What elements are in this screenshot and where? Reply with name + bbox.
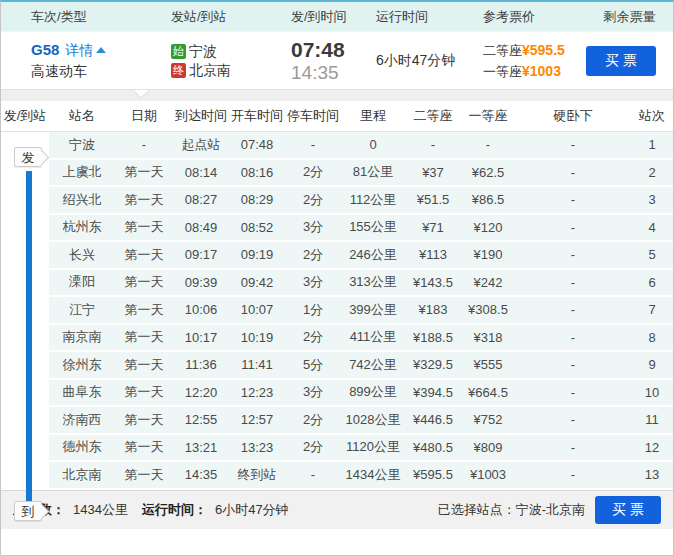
table-row: 徐州东第一天11:3611:415分742公里¥329.5¥555-9	[1, 351, 673, 379]
mileage: 313公里	[341, 269, 405, 297]
stop-index: 7	[631, 296, 673, 324]
stops-col-header: 日期	[115, 101, 173, 131]
first-class-price: ¥62.5	[461, 159, 515, 187]
arrival-time: 14:35	[173, 461, 229, 489]
stop-index: 10	[631, 379, 673, 407]
stop-duration: 3分	[285, 379, 341, 407]
col-train-type: 车次/类型	[1, 8, 171, 26]
station-name[interactable]: 南京南	[49, 324, 115, 352]
stations-cell: 始宁波 终北京南	[171, 42, 291, 80]
table-row: 绍兴北第一天08:2708:292分112公里¥51.5¥86.5-3	[1, 186, 673, 214]
second-class-price: ¥113	[405, 241, 461, 269]
first-class-price: ¥1003	[461, 461, 515, 489]
buy-ticket-button[interactable]: 买票	[586, 46, 656, 76]
stops-col-header: 站名	[49, 101, 115, 131]
hard-sleeper-price: -	[515, 406, 631, 434]
hard-sleeper-price: -	[515, 159, 631, 187]
station-name[interactable]: 德州东	[49, 434, 115, 462]
stop-index: 9	[631, 351, 673, 379]
rail-cell	[1, 186, 49, 214]
stops-body: 宁波-起点站07:48-0---1上虞北第一天08:1408:162分81公里¥…	[1, 131, 673, 489]
origin-station: 宁波	[189, 43, 217, 59]
second-class-price: ¥183	[405, 296, 461, 324]
mileage: 411公里	[341, 324, 405, 352]
details-toggle-link[interactable]: 详情	[65, 42, 93, 58]
arrival-time: 10:06	[173, 296, 229, 324]
departure-time: 08:52	[229, 214, 285, 242]
departure-time: 10:07	[229, 296, 285, 324]
table-row: 德州东第一天13:2113:232分1120公里¥480.5¥809-12	[1, 434, 673, 462]
station-name[interactable]: 溧阳	[49, 269, 115, 297]
arrival-time: 11:36	[173, 351, 229, 379]
hard-sleeper-price: -	[515, 214, 631, 242]
departure-time: 13:23	[229, 434, 285, 462]
station-name[interactable]: 长兴	[49, 241, 115, 269]
mileage: 112公里	[341, 186, 405, 214]
station-name[interactable]: 绍兴北	[49, 186, 115, 214]
table-row: 宁波-起点站07:48-0---1	[1, 131, 673, 159]
mileage: 1028公里	[341, 406, 405, 434]
first-class-price: ¥1003	[522, 63, 561, 79]
rail-cell	[1, 351, 49, 379]
arrive-time: 14:35	[291, 62, 376, 84]
rail-cell	[1, 324, 49, 352]
first-class-price: ¥242	[461, 269, 515, 297]
selected-stations-label: 已选择站点：	[438, 501, 516, 519]
departure-time: 12:57	[229, 406, 285, 434]
station-name[interactable]: 江宁	[49, 296, 115, 324]
stops-col-header: 发/到站	[1, 101, 49, 131]
collapse-chevron-icon[interactable]	[96, 47, 106, 53]
stops-col-header: 站次	[631, 101, 673, 131]
col-stations: 发站/到站	[171, 8, 291, 26]
table-row: 杭州东第一天08:4908:523分155公里¥71¥120-4	[1, 214, 673, 242]
hard-sleeper-price: -	[515, 296, 631, 324]
arrive-tag: 到	[14, 501, 42, 521]
station-name[interactable]: 杭州东	[49, 214, 115, 242]
stop-duration: -	[285, 131, 341, 159]
date: -	[115, 131, 173, 159]
mileage: 899公里	[341, 379, 405, 407]
destination-badge-icon: 终	[171, 63, 186, 78]
times-cell: 07:48 14:35	[291, 38, 376, 84]
stops-col-header: 一等座	[461, 101, 515, 131]
date: 第一天	[115, 324, 173, 352]
stops-section: 发/到站站名日期到达时间开车时间停车时间里程二等座一等座硬卧下站次 宁波-起点站…	[1, 101, 673, 490]
stop-index: 4	[631, 214, 673, 242]
first-class-price: ¥664.5	[461, 379, 515, 407]
expanded-panel-strip	[1, 89, 673, 101]
station-name[interactable]: 宁波	[49, 131, 115, 159]
rail-cell	[1, 461, 49, 489]
stop-duration: 1分	[285, 296, 341, 324]
first-class-price: ¥555	[461, 351, 515, 379]
station-name[interactable]: 曲阜东	[49, 379, 115, 407]
duration-label: 运行时间：	[142, 501, 207, 519]
station-name[interactable]: 济南西	[49, 406, 115, 434]
station-name[interactable]: 徐州东	[49, 351, 115, 379]
date: 第一天	[115, 461, 173, 489]
arrival-time: 09:17	[173, 241, 229, 269]
stops-col-header: 到达时间	[173, 101, 229, 131]
stop-index: 3	[631, 186, 673, 214]
duration-value: 6小时47分钟	[215, 501, 289, 519]
arrival-time: 08:27	[173, 186, 229, 214]
date: 第一天	[115, 406, 173, 434]
station-name[interactable]: 北京南	[49, 461, 115, 489]
date: 第一天	[115, 159, 173, 187]
stop-index: 5	[631, 241, 673, 269]
station-name[interactable]: 上虞北	[49, 159, 115, 187]
rail-cell	[1, 269, 49, 297]
departure-time: 09:42	[229, 269, 285, 297]
price-cell: 二等座¥595.5 一等座¥1003	[483, 40, 586, 82]
first-class-price: ¥318	[461, 324, 515, 352]
hard-sleeper-price: -	[515, 131, 631, 159]
date: 第一天	[115, 214, 173, 242]
footer-buy-ticket-button[interactable]: 买票	[595, 496, 661, 524]
stop-duration: 2分	[285, 186, 341, 214]
rail-cell	[1, 241, 49, 269]
date: 第一天	[115, 269, 173, 297]
departure-time: 07:48	[229, 131, 285, 159]
departure-time: 终到站	[229, 461, 285, 489]
date: 第一天	[115, 434, 173, 462]
first-class-price: ¥120	[461, 214, 515, 242]
stop-duration: -	[285, 461, 341, 489]
